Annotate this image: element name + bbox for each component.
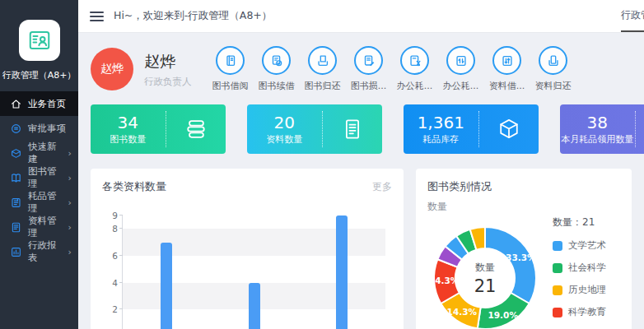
pie-legend-title: 数量：21 <box>553 215 606 229</box>
shortcut-book-borrow[interactable]: 图书借阅 <box>211 46 250 92</box>
shortcut-return-icon <box>308 46 337 75</box>
legend-swatch <box>553 308 562 317</box>
user-name: 赵烨 <box>144 51 192 72</box>
pie-percent-label: 19.0% <box>488 310 518 320</box>
shortcut-label: 资料归还 <box>535 80 572 92</box>
stat-label: 资料数量 <box>247 133 322 146</box>
bar-chart-card: 各类资料数量 更多 024689员工证件档案资料公司证照 <box>91 169 404 329</box>
report-icon <box>10 246 22 258</box>
stat-value: 1,361 <box>404 114 478 132</box>
sidebar-menu: 业务首页审批事项快速新建›图书管理›耗品管理›资料管理›行政报表› <box>0 91 78 329</box>
chevron-right-icon: › <box>68 198 72 207</box>
stat-card-supply-stock[interactable]: 1,361耗品库存 <box>404 104 539 154</box>
y-axis-tick: 4 <box>112 278 118 288</box>
legend-label: 社会科学 <box>568 262 606 274</box>
stat-card-text: 20资料数量 <box>247 114 322 146</box>
cube3d-icon <box>636 116 644 142</box>
shortcut-updown-icon <box>492 46 521 75</box>
bar-chart-header: 各类资料数量 更多 <box>102 179 392 194</box>
doc-lines-icon <box>323 116 382 142</box>
sidebar-item-label: 业务首页 <box>28 98 66 110</box>
shortcut-doc-borrow[interactable]: 资料借... <box>488 46 526 92</box>
pie-chart-title: 图书类别情况 <box>427 179 492 194</box>
profile-info: 赵烨 行政负责人 <box>144 51 192 88</box>
stat-card-book-count[interactable]: 34图书数量 <box>91 104 226 154</box>
chevron-right-icon: › <box>68 248 72 257</box>
sidebar-item-reports[interactable]: 行政报表› <box>0 239 78 264</box>
shortcut-office-consume-2[interactable]: 办公耗... <box>441 46 480 92</box>
sidebar-item-label: 行政报表 <box>28 239 63 264</box>
tab-active[interactable]: 行政管理（A8+） <box>621 0 644 33</box>
pie-percent-label: 33.3% <box>506 253 536 262</box>
legend-item-0[interactable]: 文学艺术 <box>553 239 606 252</box>
stat-value: 20 <box>247 114 322 132</box>
legend-item-2[interactable]: 历史地理 <box>553 284 606 296</box>
shortcut-book-renew[interactable]: 图书续借 <box>257 46 296 92</box>
bar-公司证照 <box>336 215 348 329</box>
shortcut-label: 图书损... <box>351 80 387 92</box>
pie-percent-label: 14.3% <box>429 276 460 285</box>
pie-chart-card: 图书类别情况 数量 33.3%19.0%14.3%14.3% 数量 21 数量 <box>416 169 632 329</box>
cube3d-icon <box>479 116 539 142</box>
stat-card-text: 38本月耗品领用数量 <box>560 114 635 146</box>
y-tick-mark <box>119 228 123 229</box>
donut-area: 33.3%19.0%14.3%14.3% 数量 21 数量：21 文学艺术社会科… <box>427 215 620 329</box>
y-axis-tick: 2 <box>112 304 118 314</box>
sidebar: 行政管理（A8+） 业务首页审批事项快速新建›图书管理›耗品管理›资料管理›行政… <box>0 0 78 329</box>
donut-svg: 33.3%19.0%14.3%14.3% <box>427 220 543 329</box>
pie-legend-items: 文学艺术社会科学历史地理科学教育哲学宗教 <box>553 239 606 329</box>
shortcut-label: 办公耗... <box>443 80 479 92</box>
shortcut-doc-icon <box>216 46 245 75</box>
books-stack-icon <box>166 116 226 142</box>
legend-item-3[interactable]: 科学教育 <box>553 306 606 318</box>
chevron-right-icon: › <box>68 174 72 183</box>
stat-card-monthly-usage[interactable]: 38本月耗品领用数量 <box>560 104 644 154</box>
pie-chart-subtitle: 数量 <box>427 200 620 214</box>
y-axis-tick: 9 <box>112 211 118 220</box>
topbar: Hi~，欢迎来到-行政管理（A8+） 行政管理（A8+） <box>78 0 644 33</box>
stat-card-doc-count[interactable]: 20资料数量 <box>247 104 382 154</box>
shortcut-book-return[interactable]: 图书归还 <box>303 46 342 92</box>
stat-cards-row: 34图书数量20资料数量1,361耗品库存38本月耗品领用数量 <box>91 104 632 154</box>
legend-label: 文学艺术 <box>568 239 606 252</box>
app-logo-icon <box>19 20 60 61</box>
app-title: 行政管理（A8+） <box>2 69 77 81</box>
sidebar-item-books[interactable]: 图书管理› <box>0 165 78 190</box>
sidebar-item-approval[interactable]: 审批事项 <box>0 116 78 141</box>
user-role: 行政负责人 <box>144 76 192 88</box>
shortcut-actions: 图书借阅图书续借图书归还图书损...办公耗...办公耗...资料借...资料归还 <box>211 46 572 92</box>
pie-chart-header: 图书类别情况 <box>427 179 620 194</box>
legend-item-1[interactable]: 社会科学 <box>553 262 606 274</box>
legend-label: 历史地理 <box>568 284 606 296</box>
sidebar-item-home[interactable]: 业务首页 <box>0 91 78 116</box>
home-icon <box>10 98 22 110</box>
main-area: Hi~，欢迎来到-行政管理（A8+） 行政管理（A8+） 赵烨 赵烨 行政负责人… <box>78 0 644 329</box>
approval-icon <box>10 123 22 135</box>
chevron-right-icon: › <box>68 223 72 232</box>
pie-percent-label: 14.3% <box>447 307 478 317</box>
sidebar-item-create[interactable]: 快速新建› <box>0 141 78 165</box>
sidebar-item-supplies[interactable]: 耗品管理› <box>0 190 78 215</box>
shortcut-label: 图书归还 <box>305 80 341 92</box>
welcome-text: Hi~，欢迎来到-行政管理（A8+） <box>114 9 272 23</box>
stat-label: 本月耗品领用数量 <box>560 133 635 146</box>
stat-label: 图书数量 <box>91 133 166 146</box>
legend-label: 科学教育 <box>568 306 606 318</box>
legend-swatch <box>553 263 562 273</box>
shortcut-office-consume-1[interactable]: 办公耗... <box>395 46 434 92</box>
docs-icon <box>10 221 22 234</box>
shortcut-yen-icon <box>400 46 429 75</box>
supplies-icon <box>10 197 22 209</box>
sidebar-item-docs[interactable]: 资料管理› <box>0 215 78 239</box>
stat-value: 38 <box>560 114 635 132</box>
legend-swatch <box>553 285 562 295</box>
avatar: 赵烨 <box>91 48 133 90</box>
shortcut-doc-return[interactable]: 资料归还 <box>534 46 572 92</box>
charts-row: 各类资料数量 更多 024689员工证件档案资料公司证照 图书类别情况 数量 3… <box>91 169 632 329</box>
sidebar-item-label: 资料管理 <box>28 215 63 239</box>
more-link[interactable]: 更多 <box>372 180 392 194</box>
stat-card-text: 1,361耗品库存 <box>404 114 478 146</box>
shortcut-tray-icon <box>539 46 567 75</box>
menu-toggle-icon[interactable] <box>90 12 104 21</box>
shortcut-book-damage[interactable]: 图书损... <box>349 46 388 92</box>
